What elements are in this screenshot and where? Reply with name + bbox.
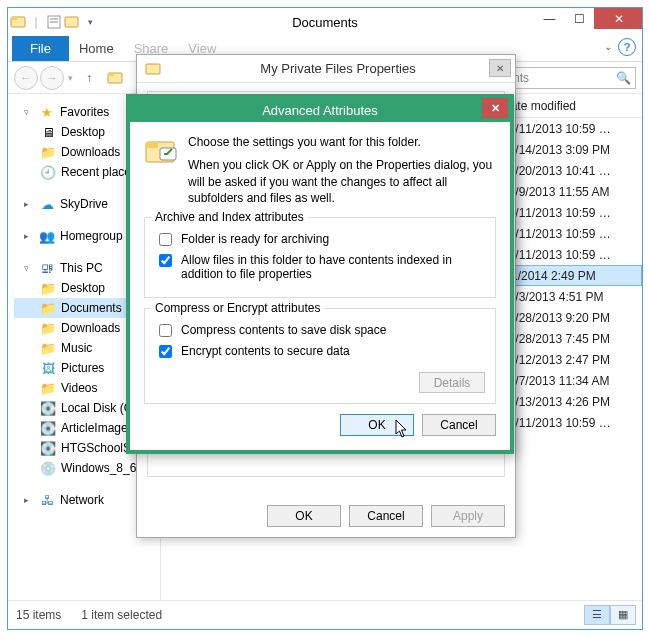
network-icon: 🖧 (39, 492, 55, 508)
advanced-titlebar[interactable]: Advanced Attributes ✕ (130, 98, 510, 122)
archive-index-legend: Archive and Index attributes (151, 210, 308, 224)
file-date: 1/1/2014 2:49 PM (501, 269, 641, 283)
checkbox-folder-ready[interactable]: Folder is ready for archiving (155, 232, 485, 249)
file-date: 11/14/2013 3:09 PM (502, 143, 642, 157)
explorer-window: | ▾ Documents — ☐ ✕ File Home Share View… (7, 7, 643, 630)
checkbox-compress-input[interactable] (159, 324, 172, 337)
tab-home[interactable]: Home (69, 36, 124, 61)
svg-rect-10 (146, 142, 158, 148)
file-date: 12/28/2013 7:45 PM (502, 332, 642, 346)
properties-buttons: OK Cancel Apply (267, 505, 505, 527)
close-button[interactable]: ✕ (594, 8, 642, 29)
ribbon-expand-icon[interactable]: ⌄ (604, 41, 612, 52)
column-date-modified[interactable]: Date modified (502, 99, 642, 113)
file-date: 12/3/2013 4:51 PM (502, 290, 642, 304)
file-date: 12/28/2013 9:20 PM (502, 311, 642, 325)
qat-separator: | (28, 14, 44, 30)
file-date: 11/11/2013 10:59 … (502, 122, 642, 136)
view-large-button[interactable]: ▦ (610, 605, 636, 625)
window-icon (10, 14, 26, 30)
forward-button[interactable]: → (40, 66, 64, 90)
archive-index-group: Archive and Index attributes Folder is r… (144, 217, 496, 298)
advanced-title: Advanced Attributes (262, 103, 378, 118)
qat-newfolder-icon[interactable] (64, 14, 80, 30)
title-bar: | ▾ Documents — ☐ ✕ (8, 8, 642, 36)
details-button[interactable]: Details (419, 372, 485, 393)
recent-dropdown-icon[interactable]: ▾ (66, 73, 75, 83)
advanced-intro-line1: Choose the settings you want for this fo… (188, 134, 496, 151)
checkbox-allow-indexing-input[interactable] (159, 254, 172, 267)
advanced-attributes-dialog: Advanced Attributes ✕ Choose the setting… (126, 94, 514, 454)
pictures-icon: 🖼 (40, 360, 56, 376)
folder-icon (145, 61, 161, 77)
homegroup-icon: 👥 (39, 228, 55, 244)
view-details-button[interactable]: ☰ (584, 605, 610, 625)
qat-dropdown-icon[interactable]: ▾ (82, 14, 98, 30)
drive-icon: 💽 (40, 400, 56, 416)
properties-close-button[interactable]: ✕ (489, 59, 511, 77)
recent-icon: 🕘 (40, 164, 56, 180)
help-button[interactable]: ? (618, 38, 636, 56)
search-icon: 🔍 (616, 71, 631, 85)
svg-rect-1 (11, 17, 17, 20)
maximize-button[interactable]: ☐ (564, 8, 594, 29)
checkbox-encrypt-input[interactable] (159, 345, 172, 358)
cloud-icon: ☁ (39, 196, 55, 212)
properties-ok-button[interactable]: OK (267, 505, 341, 527)
svg-rect-5 (65, 17, 78, 27)
file-date: 11/13/2013 4:26 PM (502, 395, 642, 409)
tab-file[interactable]: File (12, 36, 69, 61)
up-button[interactable]: ↑ (77, 66, 101, 90)
checkbox-compress[interactable]: Compress contents to save disk space (155, 323, 485, 340)
netdrive-icon: 💽 (40, 420, 56, 436)
dvd-icon: 💿 (40, 460, 56, 476)
video-icon: 📁 (40, 380, 56, 396)
folder-icon: 📁 (40, 144, 56, 160)
advanced-close-button[interactable]: ✕ (482, 98, 508, 118)
advanced-cancel-button[interactable]: Cancel (422, 414, 496, 436)
file-date: 11/7/2013 11:34 AM (502, 374, 642, 388)
status-selection: 1 item selected (81, 608, 162, 622)
properties-titlebar[interactable]: My Private Files Properties ✕ (137, 55, 515, 83)
computer-icon: 🖳 (39, 260, 55, 276)
status-item-count: 15 items (16, 608, 61, 622)
advanced-buttons: OK Cancel (144, 414, 496, 436)
properties-title: My Private Files Properties (260, 61, 415, 76)
checkbox-folder-ready-input[interactable] (159, 233, 172, 246)
status-bar: 15 items 1 item selected ☰ ▦ (8, 600, 642, 628)
compress-encrypt-group: Compress or Encrypt attributes Compress … (144, 308, 496, 404)
folder-icon: 📁 (40, 280, 56, 296)
compress-encrypt-legend: Compress or Encrypt attributes (151, 301, 324, 315)
folder-icon: 📁 (40, 300, 56, 316)
svg-rect-8 (146, 64, 160, 74)
view-buttons: ☰ ▦ (584, 605, 636, 625)
file-date: 12/9/2013 11:55 AM (502, 185, 642, 199)
properties-cancel-button[interactable]: Cancel (349, 505, 423, 527)
advanced-intro-line2: When you click OK or Apply on the Proper… (188, 157, 496, 207)
folder-icon: 📁 (40, 320, 56, 336)
checkbox-encrypt[interactable]: Encrypt contents to secure data (155, 344, 485, 361)
file-date: 11/11/2013 10:59 … (502, 248, 642, 262)
search-box[interactable]: nts 🔍 (508, 67, 636, 89)
file-date: 11/11/2013 10:59 … (502, 416, 642, 430)
advanced-body: Choose the settings you want for this fo… (130, 122, 510, 450)
folder-icon: 📁 (40, 340, 56, 356)
back-button[interactable]: ← (14, 66, 38, 90)
advanced-folder-icon (144, 134, 178, 168)
netdrive-icon: 💽 (40, 440, 56, 456)
file-date: 11/11/2013 10:59 … (502, 227, 642, 241)
address-folder-icon (107, 70, 123, 86)
star-icon: ★ (39, 104, 55, 120)
file-date: 11/12/2013 2:47 PM (502, 353, 642, 367)
advanced-intro: Choose the settings you want for this fo… (188, 134, 496, 207)
checkbox-allow-indexing[interactable]: Allow files in this folder to have conte… (155, 253, 485, 281)
svg-rect-7 (108, 73, 114, 76)
advanced-ok-button[interactable]: OK (340, 414, 414, 436)
properties-apply-button[interactable]: Apply (431, 505, 505, 527)
file-date: 11/11/2013 10:59 … (502, 206, 642, 220)
file-date: 12/20/2013 10:41 … (502, 164, 642, 178)
desktop-icon: 🖥 (40, 124, 56, 140)
qat-properties-icon[interactable] (46, 14, 62, 30)
minimize-button[interactable]: — (534, 8, 564, 29)
window-controls: — ☐ ✕ (534, 8, 642, 29)
